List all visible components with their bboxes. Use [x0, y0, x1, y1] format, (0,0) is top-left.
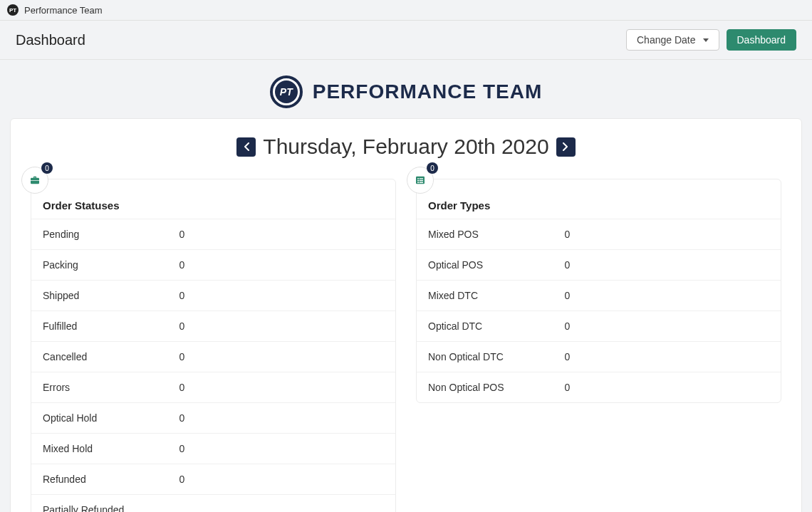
brand-name: PERFORMANCE TEAM [313, 80, 542, 103]
type-label: Non Optical POS [428, 382, 565, 393]
type-label: Optical POS [428, 259, 565, 271]
status-row: Optical Hold 0 [31, 402, 395, 433]
status-value: 0 [179, 474, 384, 485]
type-row: Non Optical DTC 0 [417, 341, 781, 372]
status-label: Packing [43, 259, 179, 271]
order-statuses-column: 0 Order Statuses Pending 0 Packing 0 Shi… [31, 179, 396, 512]
status-value: 0 [179, 443, 384, 454]
page-title: Dashboard [16, 32, 85, 48]
status-row: Mixed Hold 0 [31, 433, 395, 464]
order-statuses-panel: 0 Order Statuses Pending 0 Packing 0 Shi… [31, 179, 396, 512]
status-value: 0 [179, 229, 384, 240]
status-value: 0 [179, 259, 384, 271]
status-value: 0 [179, 412, 384, 424]
caret-down-icon [703, 38, 709, 42]
type-row: Optical POS 0 [417, 249, 781, 280]
status-label: Cancelled [43, 351, 179, 362]
status-row: Shipped 0 [31, 280, 395, 310]
header-actions: Change Date Dashboard [626, 29, 796, 51]
app-title: Performance Team [24, 5, 103, 16]
type-value: 0 [565, 229, 769, 240]
dashboard-columns: 0 Order Statuses Pending 0 Packing 0 Shi… [11, 179, 801, 512]
type-label: Mixed POS [428, 229, 565, 240]
dashboard-button-label: Dashboard [737, 34, 786, 46]
type-row: Mixed DTC 0 [417, 280, 781, 310]
type-label: Non Optical DTC [428, 351, 565, 362]
type-label: Mixed DTC [428, 290, 565, 301]
status-label: Fulfilled [43, 320, 179, 332]
next-day-button[interactable] [556, 137, 576, 157]
status-row: Pending 0 [31, 219, 395, 249]
change-date-label: Change Date [637, 34, 696, 46]
status-row: Packing 0 [31, 249, 395, 280]
status-label: Partially Refunded [43, 504, 179, 512]
type-row: Optical DTC 0 [417, 310, 781, 341]
status-row: Errors 0 [31, 372, 395, 402]
dashboard-card: Thursday, February 20th 2020 0 Order Sta… [10, 118, 802, 512]
type-value: 0 [565, 259, 769, 271]
status-row: Fulfilled 0 [31, 310, 395, 341]
chevron-left-icon [244, 142, 249, 151]
status-label: Errors [43, 382, 179, 393]
status-label: Optical Hold [43, 412, 179, 424]
type-label: Optical DTC [428, 320, 565, 332]
type-value: 0 [565, 382, 769, 393]
status-value: 0 [179, 290, 384, 301]
current-date: Thursday, February 20th 2020 [263, 135, 548, 159]
change-date-button[interactable]: Change Date [626, 29, 719, 51]
type-row: Non Optical POS 0 [417, 372, 781, 402]
type-row: Mixed POS 0 [417, 219, 781, 249]
chevron-right-icon [563, 142, 568, 151]
order-types-column: 0 Order Types Mixed POS 0 Optical POS 0 … [416, 179, 781, 403]
order-types-panel: 0 Order Types Mixed POS 0 Optical POS 0 … [416, 179, 781, 403]
order-types-badge: 0 [427, 162, 438, 174]
type-value: 0 [565, 320, 769, 332]
page-header: Dashboard Change Date Dashboard [0, 21, 812, 60]
type-value: 0 [565, 290, 769, 301]
order-statuses-badge: 0 [41, 162, 53, 174]
status-label: Refunded [43, 474, 179, 485]
brand-block: PT PERFORMANCE TEAM [0, 60, 812, 118]
status-label: Mixed Hold [43, 443, 179, 454]
brand-mini-logo: PT [7, 4, 19, 16]
status-label: Pending [43, 229, 179, 240]
status-label: Shipped [43, 290, 179, 301]
svg-rect-1 [417, 178, 419, 179]
dashboard-button[interactable]: Dashboard [727, 29, 797, 51]
svg-rect-4 [420, 180, 423, 181]
status-value: 0 [179, 351, 384, 362]
svg-rect-6 [420, 182, 423, 183]
status-value: 0 [179, 382, 384, 393]
status-value: 0 [179, 320, 384, 332]
brand-logo-text: PT [275, 80, 298, 103]
app-topbar: PT Performance Team [0, 0, 812, 21]
type-value: 0 [565, 351, 769, 362]
status-row: Partially Refunded [31, 494, 395, 512]
status-row: Cancelled 0 [31, 341, 395, 372]
svg-rect-5 [417, 182, 419, 183]
svg-rect-3 [417, 180, 419, 181]
brand-logo: PT [270, 75, 303, 108]
status-row: Refunded 0 [31, 464, 395, 494]
order-statuses-title: Order Statuses [31, 199, 395, 219]
svg-rect-2 [420, 178, 423, 179]
date-navigator: Thursday, February 20th 2020 [11, 135, 801, 159]
prev-day-button[interactable] [236, 137, 256, 157]
order-types-title: Order Types [417, 199, 781, 219]
